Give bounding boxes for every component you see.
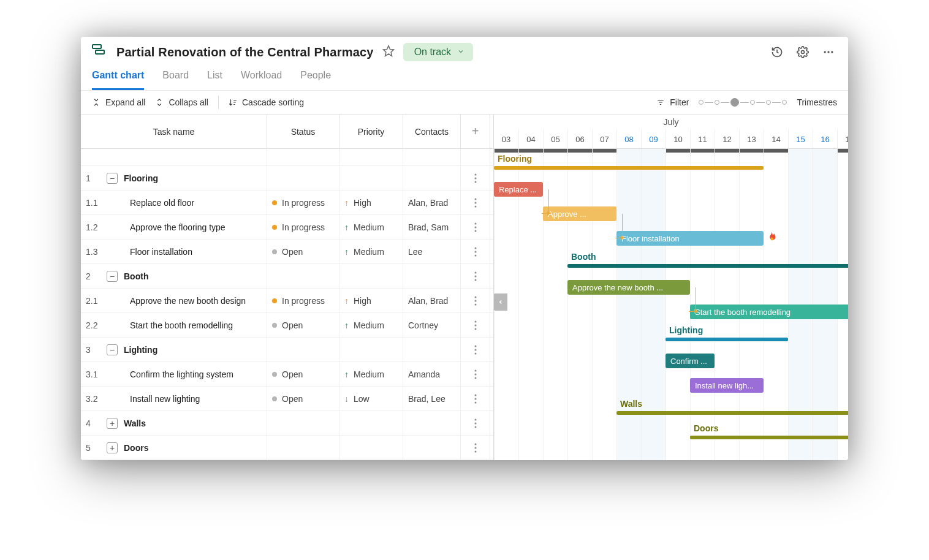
task-name: Floor installation: [130, 247, 192, 257]
priority-arrow-icon: ↑: [344, 320, 349, 330]
gantt-group-bar[interactable]: [690, 436, 848, 439]
task-name: Booth: [124, 271, 148, 281]
row-menu-icon[interactable]: [461, 264, 490, 288]
svg-point-31: [474, 345, 476, 347]
gantt-group-label: Flooring: [498, 154, 532, 164]
gantt-group-bar[interactable]: [665, 338, 788, 341]
group-row[interactable]: 2−Booth: [81, 264, 493, 289]
row-menu-icon[interactable]: [461, 411, 490, 435]
history-icon[interactable]: [768, 44, 786, 61]
gantt-group-label: Doors: [694, 423, 718, 433]
row-menu-icon[interactable]: [461, 215, 490, 239]
timeline-day: 16: [813, 130, 837, 148]
group-row[interactable]: 4+Walls: [81, 411, 493, 436]
status-dot-icon: [272, 200, 277, 205]
status-label: Open: [282, 247, 303, 257]
svg-point-19: [474, 247, 476, 249]
task-row[interactable]: 2.1Approve the new booth designIn progre…: [81, 289, 493, 313]
favorite-star-icon[interactable]: [382, 45, 395, 59]
contacts-cell: [403, 264, 461, 288]
gantt-task-bar[interactable]: Floor installation: [616, 231, 764, 246]
row-menu-icon[interactable]: [461, 240, 490, 263]
task-row[interactable]: 3.1Confirm the lighting systemOpen↑Mediu…: [81, 362, 493, 387]
task-name: Flooring: [124, 173, 158, 183]
gantt-task-bar[interactable]: Approve the new booth ...: [567, 280, 690, 295]
svg-point-36: [474, 377, 476, 379]
expand-all-button[interactable]: Expand all: [92, 97, 145, 107]
collapse-toggle-icon[interactable]: −: [107, 344, 118, 355]
task-name: Install new lighting: [130, 394, 200, 404]
project-header: Partial Renovation of the Central Pharma…: [81, 37, 848, 61]
timeline-day: 05: [543, 130, 567, 148]
tab-gantt-chart[interactable]: Gantt chart: [92, 65, 144, 90]
row-number: 3: [86, 345, 100, 355]
expand-toggle-icon[interactable]: +: [107, 442, 118, 453]
overdue-flame-icon: [765, 230, 778, 246]
row-menu-icon[interactable]: [461, 166, 490, 190]
collapse-toggle-icon[interactable]: −: [107, 173, 118, 184]
svg-point-23: [474, 275, 476, 277]
status-label: Open: [282, 369, 303, 379]
gantt-task-bar[interactable]: Approve ...: [543, 206, 616, 221]
row-menu-icon[interactable]: [461, 387, 490, 411]
tab-board[interactable]: Board: [162, 65, 189, 90]
zoom-slider[interactable]: [699, 98, 787, 107]
settings-gear-icon[interactable]: [794, 44, 811, 61]
gantt-group-bar[interactable]: [494, 166, 764, 170]
filter-button[interactable]: Filter: [656, 97, 689, 107]
collapse-toggle-icon[interactable]: −: [107, 271, 118, 282]
collapse-all-button[interactable]: Collaps all: [155, 97, 208, 107]
contacts-cell: Alan, Brad: [403, 289, 461, 312]
svg-point-41: [474, 422, 476, 424]
tab-people[interactable]: People: [300, 65, 331, 90]
gantt-task-bar[interactable]: Confirm ...: [665, 354, 715, 368]
row-number: 2: [86, 271, 100, 281]
gantt-task-bar[interactable]: Install new ligh...: [690, 378, 764, 393]
gantt-group-bar[interactable]: [567, 264, 848, 268]
task-row[interactable]: 1.1Replace old floorIn progress↑HighAlan…: [81, 191, 493, 215]
tab-workload[interactable]: Workload: [241, 65, 282, 90]
task-row[interactable]: 2.2Start the booth remodellingOpen↑Mediu…: [81, 313, 493, 338]
svg-point-26: [474, 300, 476, 301]
gantt-task-bar[interactable]: Replace ...: [494, 182, 543, 197]
expand-toggle-icon[interactable]: +: [107, 418, 118, 429]
group-row[interactable]: 1−Flooring: [81, 166, 493, 191]
row-menu-icon[interactable]: [461, 289, 490, 312]
collapse-table-handle[interactable]: [494, 293, 507, 311]
svg-point-38: [474, 398, 476, 399]
contacts-cell: [403, 338, 461, 361]
status-label: In progress: [282, 296, 325, 306]
gantt-timeline[interactable]: July 030405060708091011121314151617 Floo…: [494, 115, 848, 460]
svg-point-30: [474, 328, 476, 330]
row-menu-icon[interactable]: [461, 436, 490, 460]
svg-point-20: [474, 251, 476, 252]
row-number: 3.2: [86, 394, 100, 404]
status-dot-icon: [272, 249, 277, 254]
status-chip[interactable]: On track: [403, 43, 473, 61]
svg-point-40: [474, 418, 476, 420]
toolbar: Expand all Collaps all Cascade sorting F…: [81, 91, 848, 115]
contacts-cell: Amanda: [403, 362, 461, 386]
row-menu-icon[interactable]: [461, 313, 490, 337]
row-menu-icon[interactable]: [461, 362, 490, 386]
tab-list[interactable]: List: [207, 65, 222, 90]
svg-point-35: [474, 373, 476, 375]
row-menu-icon[interactable]: [461, 191, 490, 214]
project-title: Partial Renovation of the Central Pharma…: [116, 45, 374, 59]
gantt-task-bar[interactable]: Start the booth remodelling: [690, 305, 848, 319]
more-horizontal-icon[interactable]: [820, 44, 837, 61]
group-row[interactable]: 3−Lighting: [81, 338, 493, 362]
svg-point-25: [474, 296, 476, 298]
gantt-group-bar[interactable]: [616, 411, 848, 415]
task-row[interactable]: 1.2Approve the flooring typeIn progress↑…: [81, 215, 493, 240]
add-column-button[interactable]: +: [461, 115, 490, 148]
cascade-sort-button[interactable]: Cascade sorting: [229, 97, 304, 107]
zoom-label: Trimestres: [797, 97, 837, 107]
row-menu-icon[interactable]: [461, 338, 490, 361]
priority-arrow-icon: ↑: [344, 222, 349, 232]
timeline-day: 17: [837, 130, 848, 148]
task-row[interactable]: 1.3Floor installationOpen↑MediumLee: [81, 240, 493, 264]
task-row[interactable]: 3.2Install new lightingOpen↓LowBrad, Lee: [81, 387, 493, 411]
group-row[interactable]: 5+Doors: [81, 436, 493, 460]
svg-point-37: [474, 394, 476, 396]
